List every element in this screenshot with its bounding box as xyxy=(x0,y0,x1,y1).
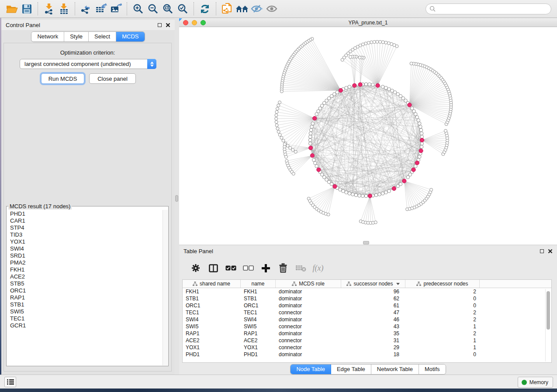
mcds-result-item[interactable]: TEC1 xyxy=(7,315,162,322)
graph-node[interactable] xyxy=(310,125,314,129)
graph-node[interactable] xyxy=(381,192,384,195)
graph-hub-node[interactable] xyxy=(333,185,337,189)
table-row[interactable]: STB1STB1dominator620 xyxy=(183,295,551,302)
tab-style[interactable]: Style xyxy=(64,32,89,41)
zoom-fit-icon[interactable] xyxy=(160,2,175,16)
graph-node[interactable] xyxy=(342,189,345,193)
float-table-panel-icon[interactable] xyxy=(540,249,544,253)
mcds-result-item[interactable]: ACE2 xyxy=(7,273,162,280)
graph-node[interactable] xyxy=(417,119,420,122)
table-row[interactable]: RAP1RAP1dominator352 xyxy=(183,330,551,337)
mcds-result-item[interactable]: GCR1 xyxy=(7,322,162,329)
graph-node[interactable] xyxy=(374,193,378,197)
open-session-icon[interactable] xyxy=(4,2,19,16)
graph-hub-node[interactable] xyxy=(310,154,314,158)
graph-node[interactable] xyxy=(276,107,279,110)
table-scrollbar[interactable] xyxy=(545,289,550,361)
graph-node[interactable] xyxy=(336,91,339,94)
graph-node[interactable] xyxy=(308,135,312,139)
table-row[interactable]: ORC1ORC1dominator610 xyxy=(183,302,551,309)
graph-node[interactable] xyxy=(444,129,447,132)
table-settings-icon[interactable] xyxy=(187,261,204,275)
zoom-out-icon[interactable] xyxy=(145,2,160,16)
graph-node[interactable] xyxy=(370,41,373,44)
first-neighbors-icon[interactable] xyxy=(235,2,249,16)
graph-node[interactable] xyxy=(420,145,423,149)
mcds-result-item[interactable]: SRD1 xyxy=(7,252,162,259)
task-history-button[interactable] xyxy=(4,377,16,387)
refresh-layout-icon[interactable] xyxy=(197,2,212,16)
mcds-result-item[interactable]: ORC1 xyxy=(7,287,162,294)
graph-node[interactable] xyxy=(418,122,421,125)
graph-node[interactable] xyxy=(384,191,388,194)
graph-node[interactable] xyxy=(414,113,418,116)
graph-hub-node[interactable] xyxy=(313,116,317,120)
graph-node[interactable] xyxy=(291,148,294,151)
graph-hub-node[interactable] xyxy=(392,186,396,190)
float-panel-icon[interactable] xyxy=(158,23,162,27)
graph-node[interactable] xyxy=(275,117,278,120)
graph-node[interactable] xyxy=(373,41,376,44)
graph-node[interactable] xyxy=(312,158,316,162)
graph-node[interactable] xyxy=(418,155,421,158)
graph-node[interactable] xyxy=(415,116,419,119)
graph-hub-node[interactable] xyxy=(353,83,356,87)
graph-node[interactable] xyxy=(367,41,370,45)
export-network-icon[interactable] xyxy=(79,2,93,16)
zoom-in-icon[interactable] xyxy=(131,2,145,16)
graph-node[interactable] xyxy=(275,110,278,113)
graph-node[interactable] xyxy=(308,138,312,142)
graph-node[interactable] xyxy=(348,85,351,89)
graph-node[interactable] xyxy=(410,62,413,65)
mcds-result-item[interactable]: FKH1 xyxy=(7,266,162,273)
graph-node[interactable] xyxy=(278,133,281,136)
graph-node[interactable] xyxy=(387,42,390,45)
graph-hub-node[interactable] xyxy=(317,168,321,172)
graph-node[interactable] xyxy=(420,132,423,135)
show-column-panel-icon[interactable] xyxy=(204,261,222,275)
mcds-result-item[interactable]: SWI5 xyxy=(7,308,162,315)
scrollbar-thumb[interactable] xyxy=(547,291,550,330)
delete-column-icon[interactable] xyxy=(274,261,292,275)
table-row[interactable]: PHD1PHD1dominator180 xyxy=(183,351,551,358)
memory-button[interactable]: Memory xyxy=(518,377,553,388)
window-minimize-icon[interactable] xyxy=(192,20,197,25)
mcds-result-item[interactable]: STB5 xyxy=(7,280,162,287)
import-table-icon[interactable] xyxy=(56,2,71,16)
table-row[interactable]: SWI5SWI5connector431 xyxy=(183,323,551,330)
graph-node[interactable] xyxy=(275,114,278,117)
graph-node[interactable] xyxy=(374,221,377,224)
graph-node[interactable] xyxy=(311,122,315,125)
export-image-icon[interactable] xyxy=(108,2,123,16)
window-maximize-icon[interactable] xyxy=(201,20,206,25)
graph-node[interactable] xyxy=(358,194,361,197)
table-row[interactable]: SWI4SWI4dominator462 xyxy=(183,316,551,323)
optimization-criterion-select[interactable]: largest connected component (undirected) xyxy=(20,59,156,69)
graph-node[interactable] xyxy=(384,86,388,90)
mcds-result-item[interactable]: CAR1 xyxy=(7,217,162,224)
network-window-titlebar[interactable]: YPA_prune.txt_1 xyxy=(179,18,557,27)
graph-node[interactable] xyxy=(384,41,387,44)
graph-hub-node[interactable] xyxy=(358,83,362,86)
table-tab-motifs[interactable]: Motifs xyxy=(419,364,446,374)
horizontal-splitter-handle[interactable] xyxy=(363,241,369,244)
mcds-list-scrollbar[interactable] xyxy=(163,210,168,365)
table-tab-network-table[interactable]: Network Table xyxy=(371,364,419,374)
splitter-handle[interactable] xyxy=(175,195,178,202)
tab-network[interactable]: Network xyxy=(31,32,64,41)
select-all-checkboxes-icon[interactable] xyxy=(222,261,239,275)
graph-node[interactable] xyxy=(345,86,348,90)
graph-node[interactable] xyxy=(379,40,382,43)
graph-node[interactable] xyxy=(354,193,358,197)
graph-node[interactable] xyxy=(348,192,351,195)
graph-node[interactable] xyxy=(349,55,352,58)
graph-node[interactable] xyxy=(309,132,312,135)
graph-node[interactable] xyxy=(309,128,313,132)
graph-node[interactable] xyxy=(376,40,379,43)
graph-hub-node[interactable] xyxy=(368,194,372,198)
graph-node[interactable] xyxy=(286,144,289,147)
mcds-result-item[interactable]: PHD1 xyxy=(7,210,162,217)
sort-chevron-icon[interactable] xyxy=(396,283,400,285)
graph-node[interactable] xyxy=(358,56,361,59)
table-row[interactable]: YOX1YOX1connector291 xyxy=(183,344,551,351)
